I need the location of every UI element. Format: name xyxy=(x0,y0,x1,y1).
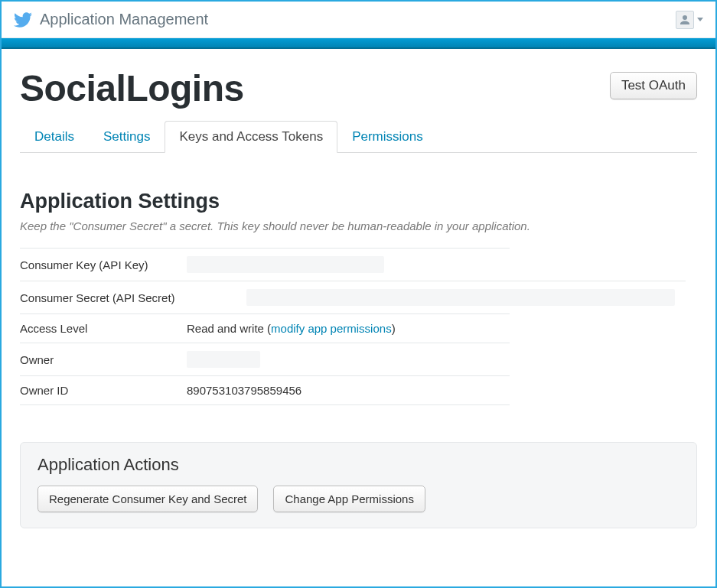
row-consumer-key: Consumer Key (API Key) xyxy=(20,248,510,281)
application-settings-note: Keep the "Consumer Secret" a secret. Thi… xyxy=(20,219,697,232)
top-bar-left: Application Management xyxy=(14,11,208,29)
tab-keys-and-access-tokens[interactable]: Keys and Access Tokens xyxy=(165,121,337,153)
application-actions-panel: Application Actions Regenerate Consumer … xyxy=(20,442,697,528)
application-actions-heading: Application Actions xyxy=(37,455,680,475)
app-management-title: Application Management xyxy=(40,11,208,28)
account-menu[interactable] xyxy=(676,11,703,29)
owner-value-redacted xyxy=(187,351,260,368)
tab-settings[interactable]: Settings xyxy=(89,121,165,153)
consumer-key-value-redacted xyxy=(187,256,384,273)
row-owner: Owner xyxy=(20,343,510,375)
regenerate-consumer-key-button[interactable]: Regenerate Consumer Key and Secret xyxy=(37,486,258,512)
access-level-close: ) xyxy=(392,322,396,335)
svg-point-0 xyxy=(683,15,687,20)
main-content: SocialLogins Test OAuth Details Settings… xyxy=(2,49,715,528)
actions-buttons-row: Regenerate Consumer Key and Secret Chang… xyxy=(37,486,680,512)
application-settings-heading: Application Settings xyxy=(20,190,697,213)
row-consumer-secret: Consumer Secret (API Secret) xyxy=(20,281,686,313)
twitter-bird-icon xyxy=(14,11,32,29)
tab-permissions[interactable]: Permissions xyxy=(337,121,438,153)
app-name-heading: SocialLogins xyxy=(20,67,244,109)
access-level-value: Read and write (modify app permissions) xyxy=(187,322,396,335)
caret-down-icon xyxy=(697,18,703,21)
access-level-label: Access Level xyxy=(20,322,187,335)
access-level-text: Read and write ( xyxy=(187,322,271,335)
owner-id-label: Owner ID xyxy=(20,384,187,397)
title-row: SocialLogins Test OAuth xyxy=(20,67,697,109)
top-bar: Application Management xyxy=(2,2,715,38)
avatar-icon xyxy=(676,11,694,29)
consumer-key-label: Consumer Key (API Key) xyxy=(20,258,187,271)
change-app-permissions-button[interactable]: Change App Permissions xyxy=(273,486,425,512)
settings-table: Consumer Key (API Key) Consumer Secret (… xyxy=(20,248,510,405)
modify-app-permissions-link[interactable]: modify app permissions xyxy=(271,322,392,335)
tab-details[interactable]: Details xyxy=(20,121,89,153)
row-access-level: Access Level Read and write (modify app … xyxy=(20,313,510,343)
blue-divider-bar xyxy=(2,38,715,49)
row-owner-id: Owner ID 890753103795859456 xyxy=(20,375,510,405)
consumer-secret-label: Consumer Secret (API Secret) xyxy=(20,291,246,304)
consumer-secret-value-redacted xyxy=(246,289,675,306)
owner-id-value: 890753103795859456 xyxy=(187,384,301,397)
test-oauth-button[interactable]: Test OAuth xyxy=(610,72,697,99)
tabs-bar: Details Settings Keys and Access Tokens … xyxy=(20,120,697,153)
owner-label: Owner xyxy=(20,353,187,366)
